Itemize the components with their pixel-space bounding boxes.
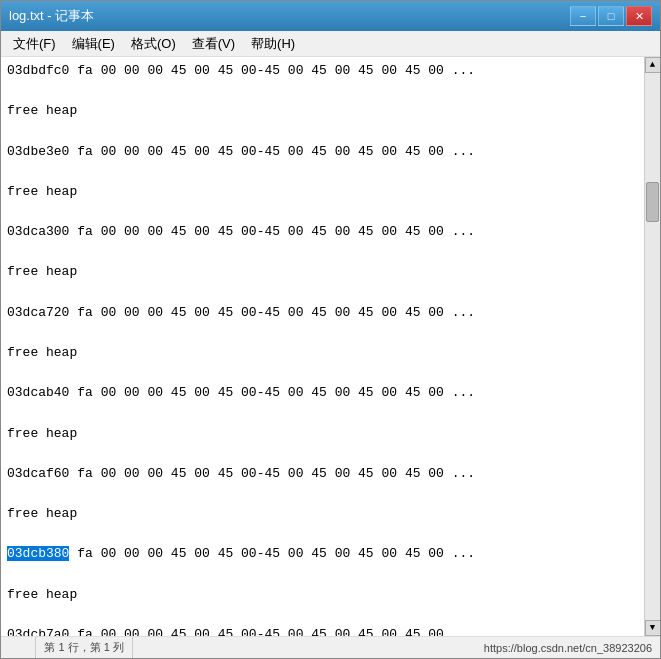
status-section-2: 第 1 行，第 1 列 — [36, 637, 132, 658]
highlighted-address: 03dcb380 — [7, 546, 69, 561]
status-cursor: 第 1 行，第 1 列 — [44, 640, 123, 655]
ellipsis: ... — [444, 63, 475, 78]
scroll-thumb[interactable] — [646, 182, 659, 222]
hex-data: fa 00 00 00 45 00 45 00-45 00 45 00 45 0… — [69, 546, 443, 561]
status-section-3: https://blog.csdn.net/cn_38923206 — [476, 637, 660, 658]
address: 03dcaf60 — [7, 466, 69, 481]
minimize-button[interactable]: − — [570, 6, 596, 26]
status-bar: 第 1 行，第 1 列 https://blog.csdn.net/cn_389… — [1, 636, 660, 658]
hex-row: 03dca720 fa 00 00 00 45 00 45 00-45 00 4… — [7, 303, 638, 323]
hex-data: fa 00 00 00 45 00 45 00-45 00 45 00 45 0… — [69, 144, 443, 159]
window-controls: − □ ✕ — [570, 6, 652, 26]
scroll-track[interactable] — [645, 73, 660, 620]
menu-edit[interactable]: 编辑(E) — [64, 32, 123, 56]
ellipsis: ... — [444, 385, 475, 400]
hex-row: 03dbe3e0 fa 00 00 00 45 00 45 00-45 00 4… — [7, 142, 638, 162]
title-bar: log.txt - 记事本 − □ ✕ — [1, 1, 660, 31]
free-heap-label: free heap — [7, 101, 638, 121]
address: 03dcb7a0 — [7, 627, 69, 636]
hex-data: fa 00 00 00 45 00 45 00-45 00 45 00 45 0… — [69, 63, 443, 78]
hex-row: 03dca300 fa 00 00 00 45 00 45 00-45 00 4… — [7, 222, 638, 242]
free-heap-label: free heap — [7, 504, 638, 524]
hex-row: 03dcab40 fa 00 00 00 45 00 45 00-45 00 4… — [7, 383, 638, 403]
free-heap-label: free heap — [7, 182, 638, 202]
address: 03dbe3e0 — [7, 144, 69, 159]
address: 03dcab40 — [7, 385, 69, 400]
text-editor[interactable]: 03dbdfc0 fa 00 00 00 45 00 45 00-45 00 4… — [1, 57, 644, 636]
hex-row: 03dcb7a0 fa 00 00 00 45 00 45 00-45 00 4… — [7, 625, 638, 636]
address: 03dca720 — [7, 305, 69, 320]
ellipsis: ... — [444, 224, 475, 239]
hex-data: fa 00 00 00 45 00 45 00-45 00 45 00 45 0… — [69, 385, 443, 400]
scroll-down-button[interactable]: ▼ — [645, 620, 661, 636]
free-heap-label: free heap — [7, 585, 638, 605]
scroll-up-button[interactable]: ▲ — [645, 57, 661, 73]
ellipsis: ... — [444, 466, 475, 481]
menu-help[interactable]: 帮助(H) — [243, 32, 303, 56]
vertical-scrollbar[interactable]: ▲ ▼ — [644, 57, 660, 636]
hex-data: fa 00 00 00 45 00 45 00-45 00 45 00 45 0… — [69, 627, 443, 636]
menu-bar: 文件(F) 编辑(E) 格式(O) 查看(V) 帮助(H) — [1, 31, 660, 57]
main-window: log.txt - 记事本 − □ ✕ 文件(F) 编辑(E) 格式(O) 查看… — [0, 0, 661, 659]
free-heap-label: free heap — [7, 343, 638, 363]
address: 03dca300 — [7, 224, 69, 239]
free-heap-label: free heap — [7, 262, 638, 282]
hex-row: 03dcaf60 fa 00 00 00 45 00 45 00-45 00 4… — [7, 464, 638, 484]
ellipsis: ... — [444, 627, 475, 636]
hex-row: 03dbdfc0 fa 00 00 00 45 00 45 00-45 00 4… — [7, 61, 638, 81]
hex-data: fa 00 00 00 45 00 45 00-45 00 45 00 45 0… — [69, 305, 443, 320]
address: 03dbdfc0 — [7, 63, 69, 78]
ellipsis: ... — [444, 305, 475, 320]
ellipsis: ... — [444, 546, 475, 561]
menu-file[interactable]: 文件(F) — [5, 32, 64, 56]
ellipsis: ... — [444, 144, 475, 159]
content-area: 03dbdfc0 fa 00 00 00 45 00 45 00-45 00 4… — [1, 57, 660, 636]
status-url: https://blog.csdn.net/cn_38923206 — [484, 642, 652, 654]
window-title: log.txt - 记事本 — [9, 7, 94, 25]
menu-format[interactable]: 格式(O) — [123, 32, 184, 56]
status-text-1 — [9, 642, 27, 654]
hex-data: fa 00 00 00 45 00 45 00-45 00 45 00 45 0… — [69, 224, 443, 239]
status-section-1 — [1, 637, 36, 658]
menu-view[interactable]: 查看(V) — [184, 32, 243, 56]
close-button[interactable]: ✕ — [626, 6, 652, 26]
maximize-button[interactable]: □ — [598, 6, 624, 26]
hex-data: fa 00 00 00 45 00 45 00-45 00 45 00 45 0… — [69, 466, 443, 481]
free-heap-label: free heap — [7, 424, 638, 444]
